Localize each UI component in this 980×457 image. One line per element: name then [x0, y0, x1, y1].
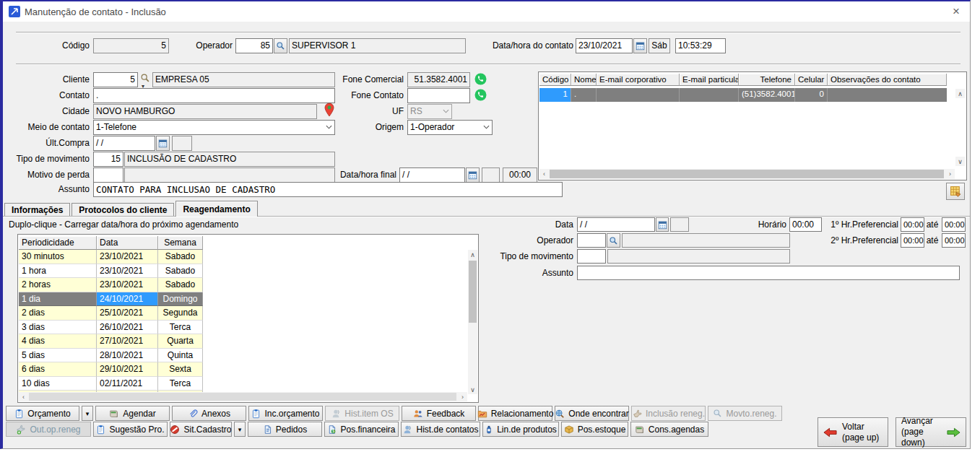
schedule-row[interactable]: 10 dias02/11/2021Terca — [19, 377, 203, 391]
hr1-to-input[interactable]: 00:00 — [942, 217, 966, 232]
column-header[interactable]: Código — [539, 74, 571, 86]
sugestao-pro-button[interactable]: Sugestão Pro. — [93, 422, 168, 437]
vertical-scrollbar[interactable]: ∧ ∨ — [468, 250, 477, 394]
hr2-from-input[interactable]: 00:00 — [901, 233, 924, 248]
column-header[interactable]: Celular — [795, 74, 828, 86]
schedule-row[interactable]: 5 dias28/10/2021Quinta — [19, 349, 203, 363]
schedule-row[interactable]: 3 dias26/10/2021Terca — [19, 321, 203, 335]
pos-financeira-button[interactable]: $Pos.financeira — [324, 422, 399, 437]
operador-lookup-button[interactable] — [274, 38, 287, 53]
sit-cadastro-button[interactable]: Sit.Cadastro — [170, 422, 232, 437]
horizontal-scrollbar[interactable]: ‹ › — [19, 392, 467, 401]
scroll-left-arrow[interactable]: ‹ — [19, 392, 28, 401]
scroll-up-arrow[interactable]: ∧ — [468, 250, 477, 259]
scroll-up-arrow[interactable]: ∧ — [955, 89, 965, 98]
calendar-icon — [468, 170, 477, 180]
inc-orcamento-button[interactable]: Inc.orçamento — [248, 406, 323, 421]
origem-select[interactable]: 1-Operador — [407, 120, 493, 135]
anexos-button[interactable]: Anexos — [172, 406, 246, 421]
contato-date-calendar-button[interactable] — [633, 38, 647, 53]
onde-encontrar-button[interactable]: Onde encontrar — [555, 406, 629, 421]
column-header[interactable]: E-mail corporativo — [597, 74, 680, 86]
whatsapp-icon[interactable] — [474, 73, 487, 85]
hr2-to-input[interactable]: 00:00 — [942, 233, 966, 248]
reag-operador-lookup-button[interactable] — [607, 233, 620, 248]
scroll-right-arrow[interactable]: › — [458, 392, 467, 401]
pedidos-button[interactable]: Pedidos — [248, 422, 322, 437]
tab-bar: Informações Protocolos do cliente Reagen… — [4, 201, 259, 217]
no-entry-icon — [170, 425, 180, 435]
reag-assunto-input[interactable] — [577, 266, 960, 280]
scroll-right-arrow[interactable]: › — [945, 169, 955, 179]
scrollbar-thumb[interactable] — [469, 261, 477, 323]
meio-contato-select[interactable]: 1-Telefone — [93, 120, 335, 135]
headset-person-icon — [331, 409, 341, 419]
schedule-row-selected[interactable]: 1 dia24/10/2021Domingo — [19, 292, 203, 307]
schedule-row[interactable]: 4 dias27/10/2021Quarta — [19, 334, 203, 349]
column-header[interactable]: Semana — [158, 236, 203, 250]
horizontal-scrollbar[interactable]: ‹ › — [539, 169, 955, 179]
cons-agendas-button[interactable]: Cons.agendas — [630, 422, 708, 437]
scroll-left-arrow[interactable]: ‹ — [539, 169, 549, 179]
document-money-icon: $ — [327, 425, 337, 435]
contato-input[interactable]: . — [93, 88, 335, 103]
ult-compra-calendar-button[interactable] — [156, 136, 170, 151]
pos-estoque-button[interactable]: Pos.estoque — [561, 422, 628, 437]
contacts-grid: Código Nome E-mail corporativo E-mail pa… — [538, 71, 967, 180]
cliente-lookup-magnifier-icon[interactable] — [140, 73, 150, 83]
column-header[interactable]: Data — [97, 236, 158, 250]
fone-contato-input[interactable] — [407, 88, 470, 103]
scroll-down-arrow[interactable]: ∨ — [955, 157, 965, 166]
ult-compra-input[interactable]: / / — [93, 136, 155, 151]
scrollbar-thumb[interactable] — [29, 393, 456, 401]
hr1-from-input[interactable]: 00:00 — [901, 217, 924, 232]
horario-input[interactable]: 00:00 — [789, 217, 822, 232]
voltar-button[interactable]: Voltar (page up) — [818, 417, 888, 447]
column-header[interactable]: Observações do contato — [828, 74, 947, 86]
reag-operador-code-input[interactable] — [577, 233, 606, 248]
contato-time-input[interactable]: 10:53:29 — [675, 38, 726, 53]
tab-informacoes[interactable]: Informações — [4, 203, 70, 216]
schedule-row[interactable]: 30 minutos23/10/2021Sabado — [19, 250, 203, 264]
datahora-final-input[interactable]: / / — [399, 167, 465, 183]
schedule-row[interactable]: 2 dias25/10/2021Segunda — [19, 306, 203, 321]
column-header[interactable]: E-mail particular — [680, 74, 739, 86]
sit-cadastro-dropdown-button[interactable]: ▾ — [234, 422, 246, 437]
grid-edit-button[interactable] — [946, 183, 965, 200]
tipo-movimento-code-input[interactable]: 15 — [93, 152, 123, 167]
column-header[interactable]: Nome — [571, 74, 597, 86]
scrollbar-thumb[interactable] — [550, 170, 944, 178]
schedule-row[interactable]: 2 horas23/10/2021Sabado — [19, 278, 203, 292]
hist-de-contatos-button[interactable]: Hist.de contatos — [401, 422, 480, 437]
tab-protocolos-do-cliente[interactable]: Protocolos do cliente — [71, 203, 174, 216]
column-header[interactable]: Periodicidade — [19, 236, 97, 250]
assunto-input[interactable]: CONTATO PARA INCLUSAO DE CADASTRO — [93, 182, 563, 197]
scroll-down-arrow[interactable]: ∨ — [468, 385, 477, 394]
cliente-code-input[interactable]: 5 — [93, 72, 138, 87]
reag-tipo-movimento-code-input[interactable] — [577, 249, 606, 264]
lin-de-produtos-button[interactable]: Lin.de produtos — [482, 422, 559, 437]
feedback-button[interactable]: Feedback — [402, 406, 476, 421]
contato-date-input[interactable]: 23/10/2021 — [576, 38, 633, 53]
horario-label: Horário — [725, 217, 786, 232]
agendar-button[interactable]: Agendar — [95, 406, 170, 421]
operador-code-input[interactable]: 85 — [235, 38, 273, 53]
motivo-perda-code-input[interactable] — [93, 167, 123, 183]
orcamento-button[interactable]: Orçamento — [6, 406, 79, 421]
reag-data-input[interactable]: / / — [577, 217, 655, 232]
schedule-row[interactable]: 6 dias29/10/2021Sexta — [19, 362, 203, 377]
column-header[interactable]: Telefone — [739, 74, 795, 86]
orcamento-dropdown-button[interactable]: ▾ — [82, 406, 93, 421]
reag-data-calendar-button[interactable] — [656, 217, 669, 232]
schedule-row[interactable]: 1 hora23/10/2021Sabado — [19, 264, 203, 279]
close-icon[interactable]: × — [948, 4, 964, 19]
avancar-button[interactable]: Avançar (page down) — [896, 417, 966, 447]
cliente-name-field: EMPRESA 05 — [152, 72, 335, 87]
contact-row[interactable]: 1 . (51)3582.4001 0 — [539, 88, 947, 102]
datahora-final-calendar-button[interactable] — [466, 167, 480, 183]
relacionamento-button[interactable]: Relacionamento — [478, 406, 552, 421]
whatsapp-icon[interactable] — [474, 89, 487, 101]
tab-reagendamento[interactable]: Reagendamento — [175, 201, 257, 217]
window-title: Manutenção de contato - Inclusão — [25, 6, 166, 17]
magnifier-icon — [713, 409, 722, 418]
